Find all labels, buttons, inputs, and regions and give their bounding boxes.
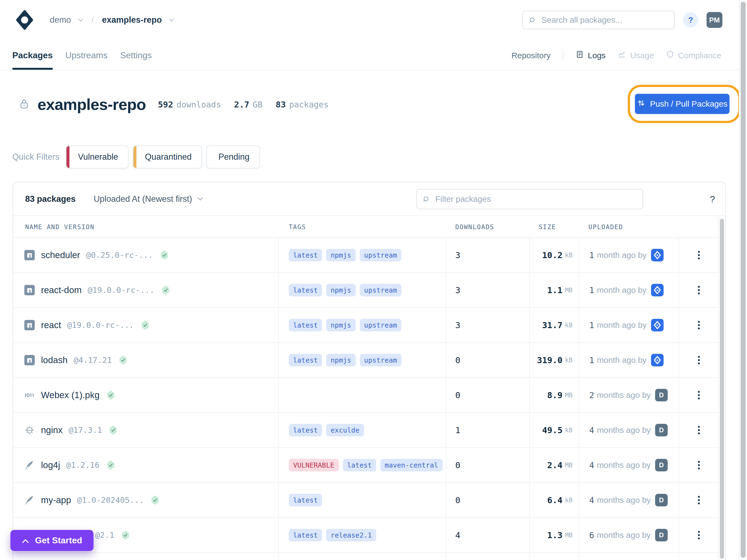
stat-size: 2.7GB: [234, 100, 262, 109]
row-menu-button[interactable]: [695, 493, 703, 508]
divider: [563, 50, 563, 61]
tag-pill[interactable]: upstream: [360, 249, 402, 261]
tag-pill[interactable]: latest: [289, 529, 322, 541]
column-tags: TAGS: [289, 216, 306, 238]
filter-packages[interactable]: [416, 189, 643, 209]
uploader-avatar[interactable]: [651, 354, 664, 366]
table-scrollbar[interactable]: [718, 217, 725, 560]
tag-pill[interactable]: latest: [343, 459, 376, 472]
uploaded-time-text: months ago by: [597, 390, 651, 400]
tag-pill[interactable]: upstream: [360, 354, 402, 366]
logs-link[interactable]: Logs: [575, 50, 606, 61]
filter-vulnerable[interactable]: Vulnerable: [66, 146, 129, 169]
name-cell: HELMnginx@17.3.1: [13, 413, 279, 447]
size-unit: kB: [565, 252, 572, 259]
filter-pending[interactable]: Pending: [206, 146, 260, 169]
page-scrollbar[interactable]: [739, 0, 747, 560]
verified-check-icon: [121, 530, 130, 540]
uploader-avatar[interactable]: D: [655, 424, 668, 436]
tag-pill[interactable]: npmjs: [326, 284, 356, 297]
uploader-avatar[interactable]: [651, 249, 664, 261]
filter-quarantined[interactable]: Quarantined: [133, 146, 202, 169]
filter-help-button[interactable]: ?: [710, 182, 715, 216]
chevron-down-icon: [197, 197, 203, 201]
column-size: SIZE: [539, 216, 556, 238]
global-search-input[interactable]: [523, 11, 674, 29]
tag-pill[interactable]: npmjs: [326, 249, 356, 261]
uploader-avatar[interactable]: D: [655, 389, 668, 401]
top-bar-actions: ? PM: [522, 0, 722, 40]
size-value: 319.0: [537, 355, 562, 365]
get-started-button[interactable]: Get Started: [10, 530, 94, 551]
tab-packages[interactable]: Packages: [12, 41, 53, 70]
tag-pill[interactable]: upstream: [360, 284, 402, 297]
tag-pill[interactable]: upstream: [360, 319, 402, 331]
uploader-avatar[interactable]: D: [655, 459, 668, 472]
tag-pill[interactable]: release2.1: [326, 529, 376, 541]
row-menu-button[interactable]: [695, 528, 703, 542]
filter-packages-input[interactable]: [417, 189, 643, 209]
compliance-icon: [666, 50, 674, 61]
tag-pill[interactable]: latest: [289, 319, 322, 331]
package-version: @1.0-202405...: [77, 495, 144, 505]
package-name[interactable]: react-dom: [41, 285, 82, 295]
help-button[interactable]: ?: [683, 12, 698, 28]
row-menu-button[interactable]: [695, 248, 703, 262]
usage-link[interactable]: Usage: [618, 50, 654, 61]
top-bar: demo / examples-repo ? PM: [0, 0, 739, 41]
search-icon: [529, 17, 537, 25]
push-pull-packages-button[interactable]: Push / Pull Packages: [635, 94, 729, 114]
row-menu-button[interactable]: [695, 283, 703, 298]
uploader-avatar[interactable]: [651, 284, 664, 297]
tag-pill[interactable]: VULNERABLE: [289, 459, 339, 472]
package-count: 83 packages: [25, 194, 75, 204]
uploader-avatar[interactable]: D: [655, 494, 668, 506]
package-name[interactable]: Webex (1).pkg: [41, 390, 100, 400]
tab-settings[interactable]: Settings: [120, 41, 152, 70]
tag-pill[interactable]: exculde: [326, 424, 364, 436]
row-menu-button[interactable]: [695, 423, 703, 437]
uploader-avatar[interactable]: D: [655, 529, 668, 541]
package-name[interactable]: my-app: [41, 495, 71, 505]
package-name[interactable]: lodash: [41, 355, 68, 365]
name-cell: my-app@1.0-202405...: [13, 483, 279, 517]
size-value: 1.3: [547, 530, 562, 540]
tag-pill[interactable]: latest: [289, 424, 322, 436]
svg-text:HELM: HELM: [27, 429, 32, 431]
global-search[interactable]: [522, 11, 675, 29]
actions-cell: [679, 448, 718, 482]
tab-upstreams[interactable]: Upstreams: [66, 41, 108, 70]
tag-pill[interactable]: latest: [289, 494, 322, 506]
page-scrollbar-thumb[interactable]: [741, 2, 746, 558]
tag-pill[interactable]: latest: [289, 284, 322, 297]
verified-check-icon: [162, 285, 170, 295]
name-cell: scheduler@0.25.0-rc-...: [13, 238, 279, 272]
package-name[interactable]: nginx: [41, 425, 62, 435]
row-menu-button[interactable]: [695, 458, 703, 473]
tag-pill[interactable]: latest: [289, 249, 322, 261]
row-menu-button[interactable]: [695, 388, 703, 403]
tag-pill[interactable]: maven-central: [380, 459, 443, 472]
user-avatar[interactable]: PM: [706, 12, 722, 28]
size-unit: MB: [565, 532, 572, 539]
table-scrollbar-thumb[interactable]: [720, 219, 724, 559]
uploader-avatar[interactable]: [651, 319, 664, 331]
package-version: @19.0.0-rc-...: [67, 321, 134, 330]
row-menu-button[interactable]: [695, 318, 703, 332]
cloudsmith-logo-icon[interactable]: [16, 10, 33, 30]
actions-cell: [679, 518, 718, 552]
package-name[interactable]: log4j: [41, 460, 60, 470]
sort-selector[interactable]: Uploaded At (Newest first): [94, 194, 203, 204]
uploaded-time-text: months ago by: [597, 460, 651, 470]
row-menu-button[interactable]: [695, 353, 703, 367]
package-name[interactable]: react: [41, 320, 61, 330]
tag-pill[interactable]: latest: [289, 354, 322, 366]
table-row: Webex (1).pkg08.9MB2months ago byD: [13, 378, 725, 413]
package-name[interactable]: scheduler: [41, 250, 80, 260]
tag-pill[interactable]: npmjs: [326, 354, 356, 366]
repo-selector[interactable]: examples-repo: [102, 15, 174, 25]
tag-pill[interactable]: npmjs: [326, 319, 356, 331]
chevron-down-icon: [78, 19, 83, 22]
org-selector[interactable]: demo: [50, 15, 83, 25]
compliance-link[interactable]: Compliance: [666, 50, 721, 61]
